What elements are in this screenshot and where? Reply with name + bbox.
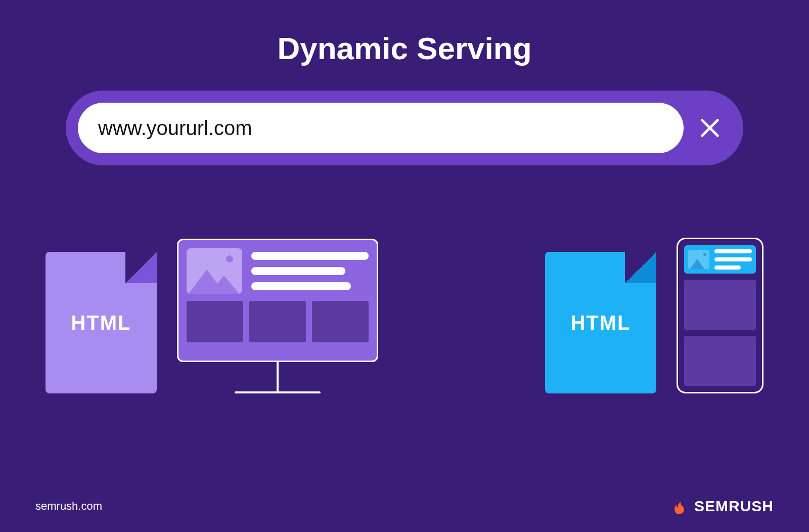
text-line — [714, 257, 752, 261]
text-line — [251, 252, 369, 260]
monitor-screen — [177, 239, 378, 362]
monitor-base — [235, 391, 321, 393]
flame-icon — [672, 498, 689, 515]
desktop-monitor-icon — [177, 239, 378, 393]
text-line — [251, 282, 351, 290]
image-placeholder-icon — [688, 250, 709, 269]
text-line — [251, 267, 345, 275]
html-file-mobile-icon: HTML — [545, 252, 656, 393]
brand-logo: SEMRUSH — [672, 498, 774, 515]
card — [312, 301, 369, 342]
desktop-group: HTML — [46, 238, 378, 393]
card — [187, 301, 243, 342]
text-lines — [251, 252, 369, 290]
brand-name: SEMRUSH — [694, 498, 774, 515]
file-label: HTML — [570, 312, 631, 334]
mobile-phone-icon — [677, 238, 763, 393]
cards-row — [187, 301, 369, 342]
file-label: HTML — [71, 312, 131, 334]
page-title: Dynamic Serving — [0, 30, 809, 66]
devices-row: HTML — [0, 238, 809, 393]
image-placeholder-icon — [187, 248, 242, 294]
mobile-group: HTML — [545, 238, 763, 393]
footer: semrush.com SEMRUSH — [0, 498, 809, 515]
text-line — [714, 265, 741, 270]
close-icon[interactable] — [699, 117, 721, 139]
file-fold-icon — [125, 252, 157, 283]
hero-section — [187, 248, 369, 294]
text-line — [714, 249, 752, 253]
phone-topbar — [684, 245, 756, 274]
url-bar: www.yoururl.com — [66, 91, 743, 165]
url-input[interactable]: www.yoururl.com — [78, 103, 684, 153]
card — [249, 301, 306, 342]
content-block — [684, 280, 756, 330]
content-block — [684, 336, 756, 386]
footer-source: semrush.com — [35, 500, 102, 513]
file-fold-icon — [625, 252, 656, 283]
html-file-desktop-icon: HTML — [46, 252, 157, 393]
text-lines — [714, 249, 752, 270]
monitor-stand — [277, 362, 279, 391]
